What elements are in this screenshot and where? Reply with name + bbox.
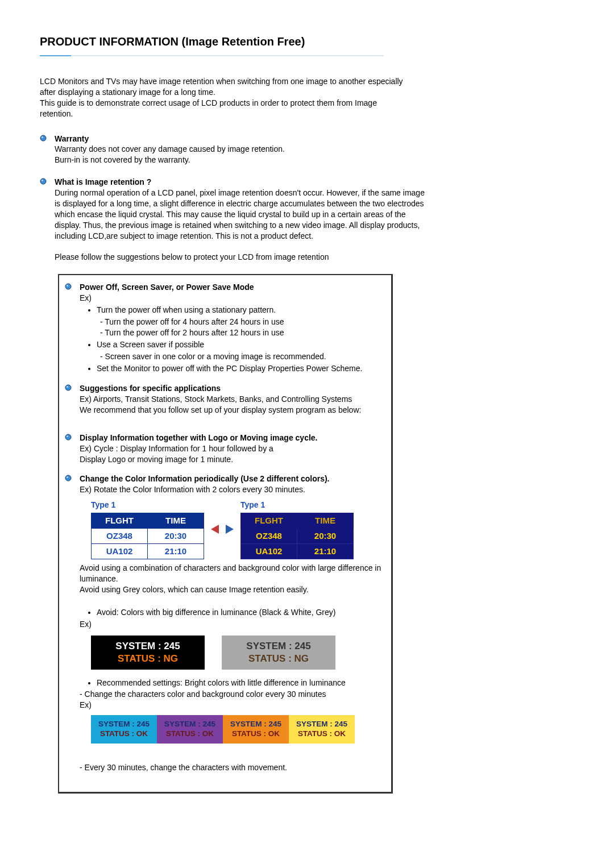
quad-box: SYSTEM : 245 STATUS : OK <box>91 715 157 744</box>
s1-b1b: - Turn the power off for 2 hours after 1… <box>100 327 383 338</box>
bullet-icon <box>40 177 55 263</box>
quad-l1: SYSTEM : 245 <box>98 720 150 729</box>
s2-l1: Ex) Airports, Transit Stations, Stock Ma… <box>80 394 383 405</box>
bullet-icon <box>65 383 80 416</box>
bullet-icon <box>65 433 80 465</box>
s3-l2: Display Logo or moving image for 1 minut… <box>80 454 383 465</box>
svg-point-7 <box>67 386 68 388</box>
s1-ex: Ex) <box>80 293 383 304</box>
quad-l1: SYSTEM : 245 <box>230 720 281 729</box>
svg-point-4 <box>65 284 71 289</box>
warranty-line1: Warranty does not cover any damage cause… <box>55 144 426 155</box>
cell: 21:10 <box>297 544 354 559</box>
sys-box-black: SYSTEM : 245 STATUS : NG <box>91 636 205 670</box>
flight-table-left: FLGHT TIME OZ348 20:30 UA102 21:10 <box>91 513 204 560</box>
whatis-body: During normal operation of a LCD panel, … <box>55 188 426 241</box>
bullet-icon <box>40 134 55 166</box>
bullet-icon <box>65 282 80 375</box>
cell: 20:30 <box>297 528 354 543</box>
s4-l1: Ex) Rotate the Color Information with 2 … <box>80 484 383 495</box>
sys-line1: SYSTEM : 245 <box>246 640 310 653</box>
warranty-title: Warranty <box>55 134 426 144</box>
warranty-line2: Burn-in is not covered by the warranty. <box>55 155 426 165</box>
whatis-follow: Please follow the suggestions below to p… <box>55 252 426 263</box>
s1-b1: Turn the power off when using a stationa… <box>97 305 383 315</box>
th-time: TIME <box>148 513 204 528</box>
recommended-line: - Change the characters color and backgr… <box>80 689 383 700</box>
svg-point-11 <box>67 476 68 478</box>
th-time: TIME <box>297 513 354 528</box>
avoid-example-row: SYSTEM : 245 STATUS : NG SYSTEM : 245 ST… <box>91 636 383 670</box>
ex-label: Ex) <box>80 619 383 630</box>
sys-line2: STATUS : NG <box>118 653 178 665</box>
swap-arrows-icon <box>211 522 234 536</box>
quad-box: SYSTEM : 245 STATUS : OK <box>157 715 223 744</box>
cell: UA102 <box>92 544 148 559</box>
s2-l2: We recommend that you follow set up of y… <box>80 405 383 416</box>
sys-box-grey: SYSTEM : 245 STATUS : NG <box>222 636 335 670</box>
avoid-text2: Avoid using Grey colors, which can cause… <box>80 584 383 595</box>
s2-title: Suggestions for specific applications <box>80 383 383 394</box>
s1-b3: Set the Monitor to power off with the PC… <box>97 363 383 374</box>
intro-block: LCD Monitors and TVs may have image rete… <box>40 76 404 119</box>
quad-l2: STATUS : OK <box>232 729 280 739</box>
quad-l1: SYSTEM : 245 <box>296 720 347 729</box>
page-title: PRODUCT INFORMATION (Image Retention Fre… <box>40 34 574 49</box>
svg-point-8 <box>65 434 71 440</box>
avoid-bullet: Avoid: Colors with big difference in lum… <box>97 607 383 618</box>
svg-point-10 <box>65 475 71 481</box>
type1-right-label: Type 1 <box>240 500 354 513</box>
bullet-icon <box>65 474 80 773</box>
recommended-quad: SYSTEM : 245 STATUS : OK SYSTEM : 245 ST… <box>91 715 383 744</box>
recommended-bullet: Recommended settings: Bright colors with… <box>97 678 383 688</box>
intro-p2: This guide is to demonstrate correct usa… <box>40 98 404 119</box>
avoid-text1: Avoid using a combination of characters … <box>80 563 383 584</box>
quad-box: SYSTEM : 245 STATUS : OK <box>289 715 355 744</box>
warranty-section: Warranty Warranty does not cover any dam… <box>40 134 426 166</box>
quad-l1: SYSTEM : 245 <box>164 720 215 729</box>
cell: 21:10 <box>148 544 204 559</box>
flight-table-right: FLGHT TIME OZ348 20:30 UA102 21:10 <box>240 513 354 560</box>
th-flght: FLGHT <box>92 513 148 528</box>
svg-point-2 <box>40 178 46 184</box>
s1-b2a: - Screen saver in one color or a moving … <box>100 351 383 362</box>
sys-line2: STATUS : NG <box>248 653 309 665</box>
svg-point-0 <box>40 135 46 141</box>
sys-line1: SYSTEM : 245 <box>115 640 180 653</box>
cell: OZ348 <box>241 528 297 543</box>
svg-point-5 <box>67 285 68 286</box>
s1-b2: Use a Screen saver if possible <box>97 339 383 350</box>
quad-l2: STATUS : OK <box>100 729 148 739</box>
ex-label: Ex) <box>80 700 383 711</box>
s4-title: Change the Color Information periodicall… <box>80 474 383 484</box>
quad-box: SYSTEM : 245 STATUS : OK <box>223 715 289 744</box>
last-line: - Every 30 minutes, change the character… <box>80 762 383 773</box>
s3-l1: Ex) Cycle : Display Information for 1 ho… <box>80 443 383 454</box>
s1-b1a: - Turn the power off for 4 hours after 2… <box>100 317 383 327</box>
svg-marker-12 <box>211 525 219 534</box>
suggestions-box: Power Off, Screen Saver, or Power Save M… <box>58 274 393 794</box>
flight-illustration: Type 1 FLGHT TIME OZ348 20:30 UA102 21:1 <box>91 500 383 560</box>
s1-title: Power Off, Screen Saver, or Power Save M… <box>80 282 383 293</box>
cell: 20:30 <box>148 528 204 543</box>
svg-point-6 <box>65 385 71 391</box>
svg-point-3 <box>42 180 43 181</box>
title-rule <box>40 55 384 56</box>
svg-point-9 <box>67 435 68 437</box>
whatis-section: What is Image retention ? During normal … <box>40 177 426 263</box>
s3-title: Display Information together with Logo o… <box>80 433 383 443</box>
cell: UA102 <box>241 544 297 559</box>
quad-l2: STATUS : OK <box>298 729 346 739</box>
intro-p1: LCD Monitors and TVs may have image rete… <box>40 76 404 98</box>
cell: OZ348 <box>92 528 148 543</box>
th-flght: FLGHT <box>241 513 297 528</box>
type1-left-label: Type 1 <box>91 500 204 513</box>
quad-l2: STATUS : OK <box>166 729 214 739</box>
whatis-title: What is Image retention ? <box>55 177 426 188</box>
svg-marker-13 <box>226 525 234 534</box>
svg-point-1 <box>42 136 43 138</box>
